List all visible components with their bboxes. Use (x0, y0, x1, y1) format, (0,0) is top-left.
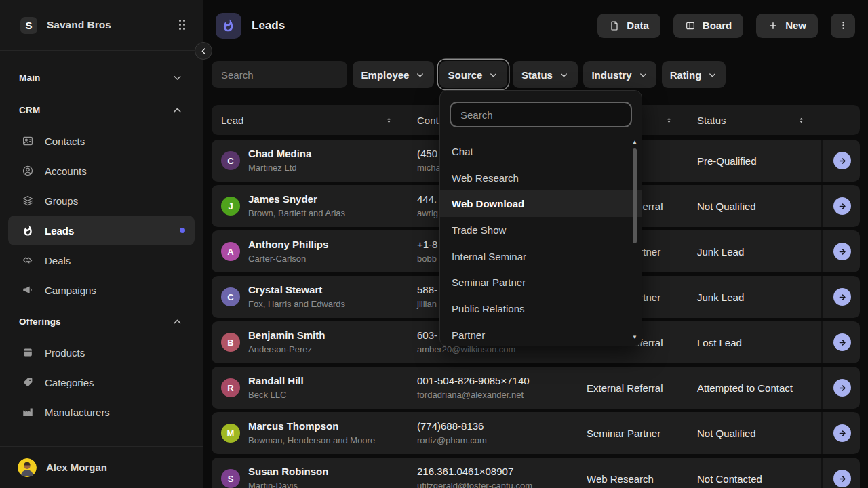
open-lead-button[interactable] (833, 379, 851, 396)
employee-filter[interactable]: Employee (353, 61, 434, 88)
row-divider (821, 321, 823, 363)
sidebar-item-manufacturers[interactable]: Manufacturers (8, 397, 195, 427)
chevron-down-icon (707, 70, 717, 80)
new-button[interactable]: New (756, 14, 818, 38)
sidebar-item-label: Campaigns (45, 285, 96, 296)
sidebar-item-label: Groups (45, 195, 78, 207)
rating-filter[interactable]: Rating (662, 61, 726, 88)
app-window: S Savand Bros Main CRM Contacts Accounts (0, 0, 868, 488)
sidebar-item-groups[interactable]: Groups (8, 186, 195, 216)
dropdown-scrollbar[interactable]: ▲ ▼ (631, 140, 639, 340)
sidebar-item-label: Accounts (45, 165, 87, 177)
lead-status: Not Qualified (697, 412, 756, 454)
lead-name: Crystal Stewart (248, 283, 345, 297)
open-lead-button[interactable] (833, 243, 851, 260)
sidebar-item-campaigns[interactable]: Campaigns (8, 275, 195, 305)
lead-source: Web Research (587, 458, 654, 488)
sidebar-item-label: Categories (45, 377, 94, 388)
table-row[interactable]: M Marcus ThompsonBowman, Henderson and M… (212, 412, 860, 454)
arrow-right-icon (837, 247, 848, 257)
sidebar-item-label: Manufacturers (45, 407, 110, 418)
open-lead-button[interactable] (833, 288, 851, 306)
brand-name: Savand Bros (47, 19, 179, 31)
industry-filter[interactable]: Industry (583, 61, 656, 88)
search-input[interactable] (212, 61, 347, 88)
app-grid-icon[interactable] (179, 20, 186, 31)
products-icon (22, 346, 34, 359)
option-public-relations[interactable]: Public Relations (440, 296, 642, 322)
option-web-research[interactable]: Web Research (440, 165, 642, 191)
lead-status: Not Qualified (697, 185, 756, 227)
scroll-down-icon[interactable]: ▼ (631, 335, 638, 340)
open-lead-button[interactable] (833, 152, 851, 169)
option-web-download[interactable]: Web Download (440, 190, 642, 217)
sidebar-item-accounts[interactable]: Accounts (8, 156, 195, 186)
option-partner[interactable]: Partner (440, 322, 642, 348)
user-menu[interactable]: Alex Morgan (0, 446, 203, 488)
sidebar-section-offerings[interactable]: Offerings (0, 305, 203, 338)
chevron-down-icon (638, 70, 648, 80)
accounts-icon (22, 165, 34, 177)
column-header-status[interactable]: Status (697, 105, 806, 135)
sidebar-item-leads[interactable]: Leads (8, 216, 195, 245)
avatar: J (221, 197, 240, 216)
open-lead-button[interactable] (833, 424, 851, 442)
option-chat[interactable]: Chat (440, 138, 642, 165)
scrollbar-thumb[interactable] (633, 148, 637, 243)
plus-icon (768, 20, 778, 31)
board-button[interactable]: Board (673, 14, 743, 38)
lead-company: Anderson-Perez (248, 344, 325, 355)
open-lead-button[interactable] (833, 333, 851, 351)
data-button[interactable]: Data (597, 14, 660, 38)
option-trade-show[interactable]: Trade Show (440, 217, 642, 243)
lead-status: Junk Lead (697, 276, 744, 318)
lead-company: Carter-Carlson (248, 253, 328, 264)
chevron-down-icon (172, 72, 183, 83)
filter-label: Rating (670, 69, 702, 81)
sidebar-section-crm[interactable]: CRM (0, 94, 203, 126)
avatar: R (221, 378, 240, 397)
chevron-up-icon (172, 316, 183, 327)
dropdown-search-input[interactable] (450, 102, 632, 127)
sidebar-item-label: Leads (45, 225, 74, 237)
filter-label: Industry (591, 69, 631, 81)
document-icon (609, 20, 620, 31)
lead-email: bobb (417, 253, 437, 264)
lead-email: rortiz@pham.com (417, 434, 487, 446)
sidebar-item-label: Products (45, 347, 85, 359)
status-filter[interactable]: Status (513, 61, 578, 88)
sidebar-item-categories[interactable]: Categories (8, 367, 195, 397)
open-lead-button[interactable] (833, 470, 851, 487)
categories-icon (22, 376, 34, 388)
avatar: B (221, 333, 240, 352)
sidebar-collapse-button[interactable] (195, 42, 212, 60)
sort-icon (384, 116, 393, 125)
column-header-lead[interactable]: Lead (221, 105, 393, 135)
option-internal-seminar[interactable]: Internal Seminar (440, 243, 642, 270)
option-seminar-partner[interactable]: Seminar Partner (440, 269, 642, 296)
lead-phone: (774)688-8136 (417, 420, 487, 433)
lead-email: awrig (417, 207, 438, 219)
arrow-right-icon (837, 428, 848, 439)
source-filter[interactable]: Source (439, 61, 507, 88)
row-divider (821, 230, 823, 272)
notification-dot (180, 228, 185, 233)
row-divider (821, 458, 823, 488)
section-label: Offerings (19, 317, 61, 327)
arrow-right-icon (837, 474, 848, 484)
lead-phone: 216.361.0461×08907 (417, 465, 532, 479)
lead-company: Martinez Ltd (248, 162, 311, 174)
more-options-button[interactable] (831, 14, 855, 38)
sidebar-section-main[interactable]: Main (0, 61, 203, 94)
arrow-right-icon (837, 338, 848, 348)
chevron-left-icon (199, 46, 209, 56)
open-lead-button[interactable] (833, 197, 851, 215)
sidebar-item-contacts[interactable]: Contacts (8, 126, 195, 156)
sidebar-item-deals[interactable]: Deals (8, 245, 195, 275)
sidebar-item-products[interactable]: Products (8, 338, 195, 367)
sort-icon (797, 116, 806, 125)
scroll-up-icon[interactable]: ▲ (631, 140, 638, 145)
table-row[interactable]: R Randall HillBeck LLC 001-504-826-9085×… (212, 367, 860, 409)
lead-email: ufitzgerald@foster-cantu.com (417, 480, 532, 488)
table-row[interactable]: S Susan RobinsonMartin-Davis 216.361.046… (212, 458, 860, 488)
